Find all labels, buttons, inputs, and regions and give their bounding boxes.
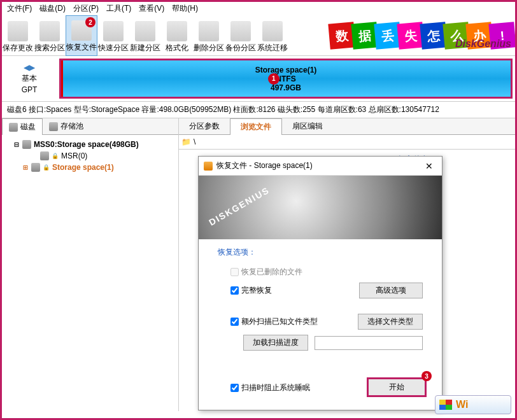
toolbar-label: 格式化 [166,43,188,53]
toolbar-icon [167,21,187,41]
dialog-title: 恢复文件 - Storage space(1) [216,160,313,171]
progress-path-input[interactable] [315,336,423,350]
tree-label: MSR(0) [61,151,87,160]
right-tabs: 分区参数浏览文件扇区编辑 [179,118,515,135]
toolbar-快速分区[interactable]: 快速分区 [97,15,129,56]
path-text: \ [194,137,195,146]
lock-icon: 🔒 [52,153,59,159]
toolbar-icon [39,21,60,41]
expand-icon[interactable]: ⊟ [13,140,20,149]
tree-label: Storage space(1) [52,163,114,172]
opt-extra-scan[interactable]: 额外扫描已知文件类型 [230,316,318,327]
disk-map-left: ◀▶ 基本 GPT [2,56,57,101]
watermark: Wi [435,395,511,414]
toolbar-label: 备份分区 [225,43,256,53]
menu-item[interactable]: 磁盘(D) [39,3,66,14]
start-button[interactable]: 开始 [367,377,427,397]
callout-badge-2: 2 [85,17,96,27]
banner: 数据丢失怎么办!DiskGenius [332,15,515,56]
partition-bar[interactable]: 1 Storage space(1) NTFS 497.9GB [59,59,513,99]
tree-body: ⊟MSS0:Storage space(498GB)🔒MSR(0)⊞🔒Stora… [2,135,178,177]
callout-badge-1: 1 [268,73,280,85]
dialog-header-image [199,176,442,239]
toolbar-icon [135,21,155,41]
partition-size: 497.9GB [271,83,301,92]
close-icon[interactable]: ✕ [421,161,437,171]
select-types-button[interactable]: 选择文件类型 [358,314,423,330]
right-tab[interactable]: 浏览文件 [230,118,282,135]
windows-flag-icon [439,400,452,410]
toolbar: 保存更改搜索分区恢复文件2快速分区新建分区格式化删除分区备份分区系统迁移 数据丢… [2,15,515,56]
opt-full[interactable]: 完整恢复 [230,285,272,296]
tree-label: MSS0:Storage space(498GB) [34,140,139,149]
start-wrap: 3 开始 [367,377,427,397]
disk-info-bar: 磁盘6 接口:Spaces 型号:StorageSpace 容量:498.0GB… [2,102,515,118]
app-icon [204,162,213,171]
watermark-text: Wi [456,399,468,410]
drive-icon [22,140,31,149]
recover-dialog: 恢复文件 - Storage space(1) ✕ 恢复选项： 恢复已删除的文件… [198,156,443,410]
toolbar-label: 删除分区 [194,43,224,53]
opt-prevent-sleep[interactable]: 扫描时阻止系统睡眠 [230,382,310,393]
menu-item[interactable]: 分区(P) [73,3,99,14]
tree-tab[interactable]: 磁盘 [2,118,43,135]
partition-start-icon [61,60,63,97]
toolbar-搜索分区[interactable]: 搜索分区 [34,15,66,56]
drive-icon [31,163,40,172]
expand-icon[interactable]: ⊞ [22,163,29,172]
menu-item[interactable]: 帮助(H) [172,3,198,14]
toolbar-备份分区[interactable]: 备份分区 [225,15,257,56]
callout-badge-3: 3 [421,371,432,381]
menu-item[interactable]: 查看(V) [139,3,164,14]
toolbar-label: 快速分区 [98,43,129,53]
up-icon[interactable]: 📁 [181,137,191,146]
tree-tabs: 磁盘存储池 [2,118,178,135]
disk-icon [9,123,18,132]
partition-style: GPT [22,85,38,94]
pool-icon [49,122,58,131]
toolbar-label: 系统迁移 [257,43,288,53]
toolbar-label: 恢复文件 [66,42,97,53]
advanced-button[interactable]: 高级选项 [359,283,423,298]
disk-type: 基本 [22,73,37,84]
tree-node[interactable]: ⊞🔒Storage space(1) [4,162,176,173]
menu-item[interactable]: 工具(T) [106,3,131,14]
toolbar-label: 新建分区 [130,43,160,53]
right-tab[interactable]: 扇区编辑 [282,118,333,134]
tree-node[interactable]: ⊟MSS0:Storage space(498GB) [4,139,176,150]
section-label: 恢复选项： [218,247,423,258]
toolbar-新建分区[interactable]: 新建分区 [129,15,161,56]
lock-icon: 🔒 [43,164,50,171]
toolbar-label: 保存更改 [3,43,33,53]
right-tab[interactable]: 分区参数 [179,118,230,134]
load-progress-button[interactable]: 加载扫描进度 [243,335,308,351]
toolbar-系统迁移[interactable]: 系统迁移 [257,15,288,56]
toolbar-label: 搜索分区 [34,43,65,53]
menu-item[interactable]: 文件(F) [7,3,32,14]
opt-deleted[interactable]: 恢复已删除的文件 [230,267,302,277]
toolbar-icon [262,21,283,41]
toolbar-icon [8,21,28,41]
drive-icon [40,151,49,160]
tree-node[interactable]: 🔒MSR(0) [4,150,176,162]
toolbar-保存更改[interactable]: 保存更改 [2,15,34,56]
dialog-titlebar: 恢复文件 - Storage space(1) ✕ [199,157,442,176]
partition-name: Storage space(1) [255,66,317,74]
toolbar-格式化[interactable]: 格式化 [161,15,193,56]
disk-map: ◀▶ 基本 GPT 1 Storage space(1) NTFS 497.9G… [2,56,515,102]
tree-tab[interactable]: 存储池 [43,118,90,134]
brand-text: DiskGenius [455,38,511,50]
toolbar-icon [230,21,251,41]
path-bar: 📁 \ [179,135,515,150]
nav-arrows-icon[interactable]: ◀▶ [24,63,35,72]
tree-panel: 磁盘存储池 ⊟MSS0:Storage space(498GB)🔒MSR(0)⊞… [2,118,179,411]
toolbar-icon [199,21,219,41]
toolbar-恢复文件[interactable]: 恢复文件2 [66,15,97,56]
toolbar-icon [103,21,124,41]
menu-bar: 文件(F)磁盘(D)分区(P)工具(T)查看(V)帮助(H) [2,2,515,15]
toolbar-删除分区[interactable]: 删除分区 [193,15,225,56]
